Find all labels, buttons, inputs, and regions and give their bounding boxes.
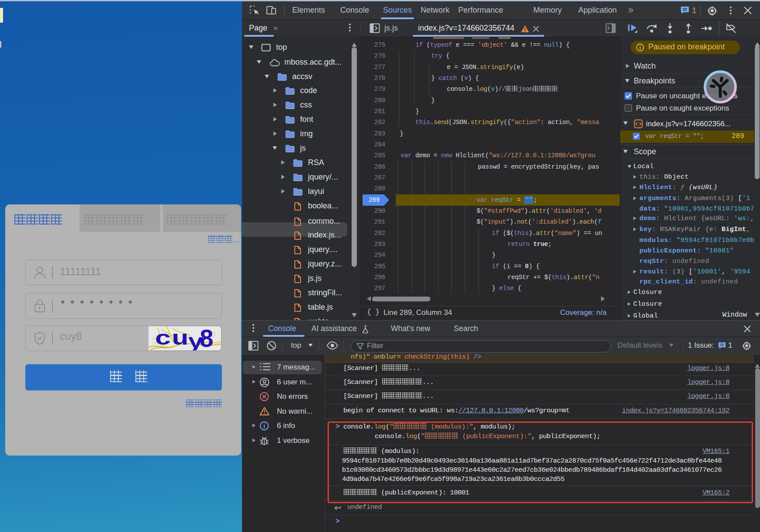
svg-text:cu: cu xyxy=(155,328,189,350)
svg-text:8: 8 xyxy=(199,326,214,350)
